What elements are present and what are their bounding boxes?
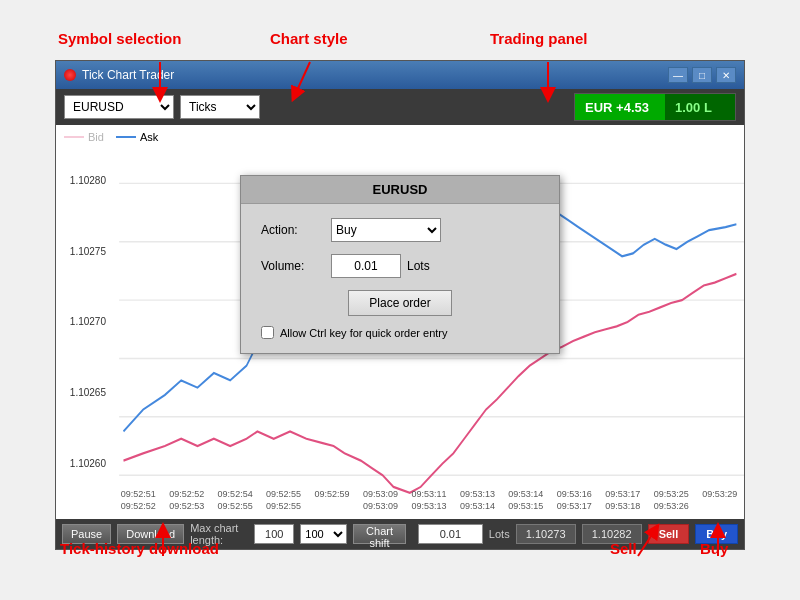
toolbar: EURUSD GBPUSD USDJPY AUDUSD Ticks Line B… [56, 89, 744, 125]
volume-input[interactable] [331, 254, 401, 278]
action-select[interactable]: Buy Sell [331, 218, 441, 242]
x-tick-3: 09:52:5509:52:55 [266, 489, 301, 512]
bottom-bar: Pause Download Max chart length: 100 200… [56, 519, 744, 549]
chart-area: Bid Ask 1.10280 1.10275 1.10270 [56, 125, 744, 519]
x-tick-1: 09:52:5209:52:53 [169, 489, 204, 512]
ctrl-key-checkbox[interactable] [261, 326, 274, 339]
ask-legend: Ask [116, 131, 158, 143]
max-chart-input[interactable] [254, 524, 294, 544]
sell-button[interactable]: Sell [648, 524, 690, 544]
buy-price-display: 1.10282 [582, 524, 642, 544]
sell-price-display: 1.10273 [516, 524, 576, 544]
minimize-button[interactable]: — [668, 67, 688, 83]
x-tick-2: 09:52:5409:52:55 [218, 489, 253, 512]
x-axis: 09:52:5109:52:52 09:52:5209:52:53 09:52:… [114, 489, 744, 519]
modal-header: EURUSD [241, 176, 559, 204]
chart-style-annotation: Chart style [270, 30, 348, 47]
x-tick-4: 09:52:59 [315, 489, 350, 501]
x-tick-7: 09:53:1309:53:14 [460, 489, 495, 512]
symbol-select[interactable]: EURUSD GBPUSD USDJPY AUDUSD [64, 95, 174, 119]
place-order-button[interactable]: Place order [348, 290, 451, 316]
x-tick-0: 09:52:5109:52:52 [121, 489, 156, 512]
x-tick-12: 09:53:29 [702, 489, 737, 501]
y-label-2: 1.10270 [60, 316, 110, 327]
checkbox-row: Allow Ctrl key for quick order entry [261, 326, 539, 339]
volume-label: Volume: [261, 259, 331, 273]
trading-panel-display: EUR +4.53 1.00 L [574, 93, 736, 121]
chart-style-select[interactable]: Ticks Line Bar Candle [180, 95, 260, 119]
pause-button[interactable]: Pause [62, 524, 111, 544]
x-tick-9: 09:53:1609:53:17 [557, 489, 592, 512]
pnl-display: EUR +4.53 [575, 94, 665, 120]
trading-panel-annotation: Trading panel [490, 30, 588, 47]
y-axis: 1.10280 1.10275 1.10270 1.10265 1.10260 [56, 125, 114, 519]
y-label-3: 1.10265 [60, 387, 110, 398]
maximize-button[interactable]: □ [692, 67, 712, 83]
ask-label: Ask [140, 131, 158, 143]
x-tick-11: 09:53:2509:53:26 [654, 489, 689, 512]
symbol-selection-annotation: Symbol selection [58, 30, 181, 47]
app-window: Tick Chart Trader — □ ✕ EURUSD GBPUSD US… [55, 60, 745, 550]
x-tick-10: 09:53:1709:53:18 [605, 489, 640, 512]
x-tick-8: 09:53:1409:53:15 [508, 489, 543, 512]
bottom-volume-input[interactable] [418, 524, 483, 544]
action-label: Action: [261, 223, 331, 237]
download-button[interactable]: Download [117, 524, 184, 544]
trading-modal: EURUSD Action: Buy Sell Volume: Lots Pla… [240, 175, 560, 354]
volume-unit: Lots [407, 259, 430, 273]
y-label-1: 1.10275 [60, 246, 110, 257]
max-chart-label: Max chart length: [190, 522, 248, 546]
volume-display: 1.00 L [665, 94, 735, 120]
x-tick-5: 09:53:0909:53:09 [363, 489, 398, 512]
checkbox-label: Allow Ctrl key for quick order entry [280, 327, 448, 339]
title-bar: Tick Chart Trader — □ ✕ [56, 61, 744, 89]
ask-line-icon [116, 136, 136, 138]
y-label-0: 1.10280 [60, 175, 110, 186]
title-bar-controls: — □ ✕ [668, 67, 736, 83]
action-row: Action: Buy Sell [261, 218, 539, 242]
modal-body: Action: Buy Sell Volume: Lots Place orde… [241, 204, 559, 353]
close-button[interactable]: ✕ [716, 67, 736, 83]
window-title: Tick Chart Trader [82, 68, 668, 82]
volume-row: Volume: Lots [261, 254, 539, 278]
y-label-4: 1.10260 [60, 458, 110, 469]
max-chart-select[interactable]: 100 200 500 1000 [300, 524, 347, 544]
bottom-lots-label: Lots [489, 528, 510, 540]
buy-button[interactable]: Buy [695, 524, 738, 544]
chart-shift-button[interactable]: Chart shift [353, 524, 406, 544]
window-icon [64, 69, 76, 81]
x-tick-6: 09:53:1109:53:13 [411, 489, 446, 512]
